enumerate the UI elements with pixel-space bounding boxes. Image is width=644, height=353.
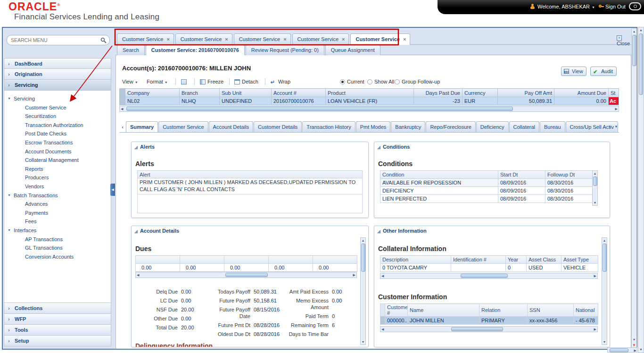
col-year[interactable]: Year	[506, 256, 527, 264]
cell-asset-type[interactable]: VEHICLE	[561, 264, 598, 272]
tab-queue-assignment[interactable]: Queue Assignment	[325, 45, 380, 55]
alert-text[interactable]: PRIM CUSTOMER ( JOHN MILLEN ) MARKED AS …	[138, 178, 363, 194]
col-asset-type[interactable]: Asset Type	[561, 256, 598, 264]
sign-out-link[interactable]: Sign Out	[605, 4, 626, 9]
tree-item-payments[interactable]: Payments	[4, 209, 111, 218]
cell-account[interactable]: 20160700010076	[272, 97, 326, 105]
vscroll-thumb[interactable]	[603, 244, 607, 272]
welcome-menu[interactable]: Welcome, ABSHEKAR▼	[537, 4, 595, 9]
sidebar-item-origination[interactable]: ›Origination	[4, 69, 111, 80]
scroll-right-icon[interactable]: ▶	[594, 327, 596, 332]
tree-item-customer-service[interactable]: Customer Service	[4, 103, 111, 112]
tree-item-securitization[interactable]: Securitization	[4, 112, 111, 121]
dues-value[interactable]: 0.00	[224, 264, 269, 272]
scroll-up-icon[interactable]: ▲	[638, 27, 644, 33]
scroll-down-icon[interactable]: ▼	[638, 347, 644, 352]
tab-bureau[interactable]: Bureau	[540, 121, 565, 132]
alert-row[interactable]: PRIM CUSTOMER ( JOHN MILLEN ) MARKED AS …	[138, 178, 363, 194]
window-tab-customer-service-4[interactable]: Customer Service×	[292, 34, 349, 45]
page-hscrollbar[interactable]: ▶	[607, 347, 637, 353]
cell-company[interactable]: NL02	[125, 97, 180, 105]
sidebar-item-wfp[interactable]: ›WFP	[4, 314, 111, 325]
cell-sub-unit[interactable]: UNDEFINED	[220, 97, 272, 105]
account-row[interactable]: NL02 NLHQ UNDEFINED 20160700010076 LOAN …	[120, 97, 619, 105]
expanded-node-icon[interactable]: ▼	[8, 191, 11, 200]
tree-item-conversion-accounts[interactable]: Conversion Accounts	[4, 252, 111, 261]
export-button[interactable]	[181, 77, 189, 86]
cell-followup-dt[interactable]: 08/30/2016	[545, 179, 593, 187]
cell-days-past-due[interactable]: -23	[414, 97, 462, 105]
radio-current[interactable]: Current	[340, 77, 364, 86]
condition-row[interactable]: DEFICIENCY 08/09/2016 08/30/2016	[380, 187, 593, 195]
radio-selected-icon[interactable]	[340, 79, 345, 84]
col-identification[interactable]: Identification #	[451, 256, 506, 264]
disclosure-icon[interactable]: ◢	[377, 145, 380, 150]
tree-item-producers[interactable]: Producers	[4, 173, 111, 182]
condition-row[interactable]: AVAILABLE FOR REPOSESSION 08/09/2016 08/…	[380, 179, 593, 187]
col-customer-number[interactable]: Customer #	[385, 304, 408, 317]
disclosure-icon[interactable]: ◢	[377, 229, 380, 234]
dues-value[interactable]: 0.00	[136, 264, 180, 272]
tree-item-vendors[interactable]: Vendors	[4, 182, 111, 191]
dues-row[interactable]: 0.00 0.00 0.00 0.00 0.00	[136, 264, 357, 272]
cell-asset-class[interactable]: USED	[527, 264, 561, 272]
format-menu-button[interactable]: Format▼	[147, 77, 168, 86]
tree-node-batch-transactions[interactable]: ▼Batch Transactions	[4, 191, 111, 200]
content-vscrollbar[interactable]: ▲ ▼ ▼	[631, 28, 637, 348]
dues-hscrollbar[interactable]: ◀ ▶	[135, 272, 357, 278]
tree-item-account-documents[interactable]: Account Documents	[4, 147, 111, 156]
cell-branch[interactable]: NLHQ	[180, 97, 220, 105]
tree-item-advances[interactable]: Advances	[4, 200, 111, 209]
sidebar-item-setup[interactable]: ›Setup	[4, 336, 111, 346]
scroll-left-icon[interactable]: ◀	[381, 327, 384, 332]
cell-followup-dt[interactable]: 08/30/2016	[545, 187, 593, 195]
conditions-vscrollbar[interactable]: ▲ ▼	[592, 170, 598, 206]
search-icon[interactable]	[100, 37, 107, 43]
tabs-scroll-right-icon[interactable]: ›	[609, 121, 611, 132]
wrap-button[interactable]: Wrap	[271, 77, 290, 86]
tab-bankruptcy[interactable]: Bankruptcy	[391, 121, 425, 132]
tree-item-reports[interactable]: Reports	[4, 165, 111, 174]
cell-description[interactable]: 0 TOYOTA CAMRY	[380, 264, 451, 272]
window-tab-customer-service-2[interactable]: Customer Service×	[175, 34, 232, 45]
tree-item-escrow-transactions[interactable]: Escrow Transactions	[4, 138, 111, 147]
col-followup-dt[interactable]: Followup Dt	[545, 171, 593, 179]
scroll-left-icon[interactable]: ◀	[381, 273, 384, 278]
avatar-icon[interactable]	[629, 2, 641, 10]
row-selector[interactable]	[120, 97, 125, 105]
sidebar-item-dashboard[interactable]: ›DashBoard	[4, 58, 111, 69]
grid-hscrollbar[interactable]: ◀ ▶	[119, 106, 619, 112]
window-tab-customer-service-1[interactable]: Customer Service×	[117, 34, 174, 45]
cell-identification[interactable]	[451, 264, 506, 272]
cell-relation[interactable]: PRIMARY	[479, 317, 528, 325]
hscroll-thumb[interactable]	[461, 274, 508, 278]
tab-summary[interactable]: Summary	[126, 121, 158, 132]
tree-node-interfaces[interactable]: ▼Interfaces	[4, 226, 111, 235]
tree-item-fees[interactable]: Fees	[4, 217, 111, 226]
col-sub-unit[interactable]: Sub Unit	[220, 89, 272, 97]
scroll-up-icon[interactable]: ▲	[361, 238, 365, 243]
row-selector[interactable]	[380, 317, 385, 325]
audit-button[interactable]: ✔Audit	[590, 67, 617, 76]
scroll-right-icon[interactable]: ▶	[594, 273, 596, 278]
customer-row[interactable]: 000000... JOHN MILLEN PRIMARY xx-xxx-345…	[380, 317, 598, 325]
scroll-up-icon[interactable]: ▲	[602, 238, 607, 243]
tab-review-request[interactable]: Review Request (Pending: 0)	[246, 45, 324, 55]
tabs-overflow-icon[interactable]: ▼	[614, 121, 618, 132]
scroll-down-icon[interactable]: ▼	[593, 200, 597, 205]
col-branch[interactable]: Branch	[180, 89, 220, 97]
window-tab-customer-service-3[interactable]: Customer Service×	[234, 34, 291, 45]
cell-followup-dt[interactable]: 08/30/2016	[545, 195, 593, 203]
cell-start-dt[interactable]: 08/09/2016	[498, 195, 545, 203]
scroll-down-icon[interactable]: ▼	[361, 339, 365, 345]
condition-row[interactable]: LIEN PERFECTED 08/09/2016 08/30/2016	[380, 195, 593, 203]
scroll-up-icon[interactable]: ▲	[593, 171, 597, 176]
search-input[interactable]	[11, 36, 96, 44]
expanded-node-icon[interactable]: ▼	[8, 94, 11, 103]
hscroll-thumb[interactable]	[225, 273, 268, 277]
tab-collateral[interactable]: Collateral	[509, 121, 539, 132]
cell-year[interactable]: 0	[506, 264, 527, 272]
radio-group-follow-up[interactable]: Group Follow-up	[395, 77, 440, 86]
col-currency[interactable]: Currency	[462, 89, 498, 97]
col-condition[interactable]: Condition	[380, 171, 498, 179]
